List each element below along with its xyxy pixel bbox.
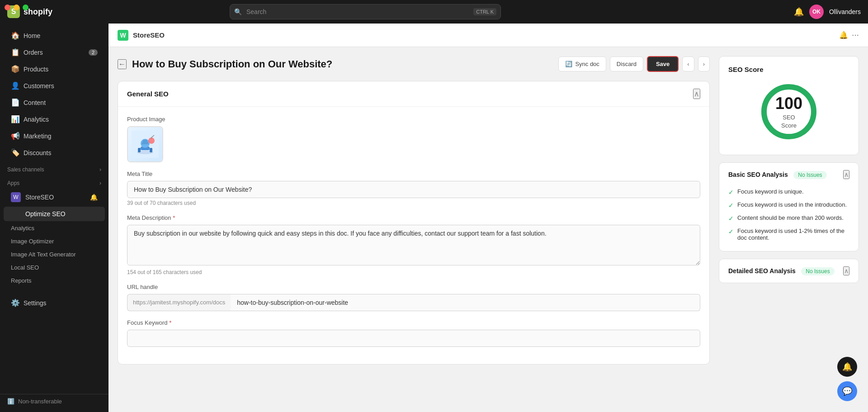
sidebar-sub-image-optimizer[interactable]: Image Optimizer (4, 235, 105, 247)
url-input-wrapper: https://jamitest.myshopify.com/docs (127, 294, 700, 311)
non-transferable-label: Non-transferable (18, 398, 62, 405)
sidebar-item-settings[interactable]: ⚙️ Settings (4, 295, 105, 311)
score-circle-container: 100 SEO Score (728, 82, 849, 141)
fab-container: 🔔 💬 (837, 357, 857, 401)
basic-seo-item-3-text: Content should be more than 200 words. (737, 214, 844, 221)
sales-channels-label: Sales channels (7, 166, 44, 173)
save-button[interactable]: Save (647, 56, 679, 72)
sidebar-item-marketing[interactable]: 📢 Marketing (4, 128, 105, 144)
fab-chat-button[interactable]: 💬 (837, 381, 857, 401)
sync-label: Sync doc (575, 61, 599, 67)
app-header-bell-icon[interactable]: 🔔 (839, 31, 848, 39)
basic-seo-item-2-text: Focus keyword is used in the introductio… (737, 201, 847, 208)
check-icon-4: ✓ (728, 228, 734, 235)
prev-button[interactable]: ‹ (682, 57, 694, 71)
sidebar-sub-reports[interactable]: Reports (4, 275, 105, 287)
product-image-field: Product Image (127, 116, 700, 162)
general-seo-collapse-button[interactable]: ∧ (693, 89, 700, 99)
sidebar: 🏠 Home 📋 Orders 2 📦 Products 👤 Customers… (0, 24, 108, 412)
sidebar-label-marketing: Marketing (24, 133, 51, 140)
basic-seo-badge: No Issues (793, 171, 826, 179)
sidebar-item-storeseo[interactable]: W StoreSEO 🔔 (4, 189, 105, 206)
settings-icon: ⚙️ (11, 298, 19, 307)
basic-seo-analysis-card: Basic SEO Analysis No Issues ∧ ✓ Focus k… (719, 162, 859, 251)
basic-seo-item-1-text: Focus keyword is unique. (737, 188, 804, 195)
seo-score-card: SEO Score 100 SEO Score (719, 56, 859, 155)
basic-seo-collapse-button[interactable]: ∧ (843, 170, 849, 179)
sidebar-item-products[interactable]: 📦 Products (4, 61, 105, 77)
back-button[interactable]: ← (118, 59, 127, 69)
product-image-box (127, 126, 163, 162)
sales-channels-chevron[interactable]: › (99, 166, 101, 173)
sync-doc-button[interactable]: 🔄 Sync doc (558, 57, 606, 71)
search-shortcut: CTRL K (473, 8, 496, 15)
sidebar-sub-local-seo[interactable]: Local SEO (4, 261, 105, 274)
basic-seo-items: ✓ Focus keyword is unique. ✓ Focus keywo… (728, 185, 849, 244)
apps-chevron[interactable]: › (99, 180, 101, 186)
minimize-button[interactable] (14, 5, 19, 10)
meta-title-char-count: 39 out of 70 characters used (127, 200, 700, 206)
sidebar-item-content[interactable]: 📄 Content (4, 95, 105, 110)
sidebar-item-analytics[interactable]: 📊 Analytics (4, 111, 105, 127)
meta-description-label: Meta Description * (127, 214, 700, 221)
meta-title-input[interactable] (127, 181, 700, 198)
storeseo-bell-icon[interactable]: 🔔 (90, 194, 98, 201)
discard-button[interactable]: Discard (610, 57, 643, 71)
main-layout: 🏠 Home 📋 Orders 2 📦 Products 👤 Customers… (0, 24, 868, 412)
product-image-placeholder (128, 126, 162, 162)
meta-title-field: Meta Title 39 out of 70 characters used (127, 170, 700, 206)
sidebar-item-discounts[interactable]: 🏷️ Discounts (4, 145, 105, 161)
app-header-more-icon[interactable]: ⋯ (852, 31, 859, 39)
right-panel: SEO Score 100 SEO Score (719, 56, 859, 403)
meta-description-input[interactable]: Buy subscription in our website by follo… (127, 225, 700, 265)
svg-rect-6 (150, 148, 152, 152)
window-controls (5, 5, 28, 10)
content-area: W StoreSEO 🔔 ⋯ ← How to Buy Subscription… (108, 24, 868, 412)
maximize-button[interactable] (23, 5, 28, 10)
notification-bell-icon[interactable]: 🔔 (794, 7, 804, 17)
score-circle-text: 100 SEO Score (774, 94, 804, 129)
sidebar-item-orders[interactable]: 📋 Orders 2 (4, 44, 105, 60)
meta-title-label: Meta Title (127, 170, 700, 177)
optimize-seo-label: Optimize SEO (25, 210, 66, 218)
sidebar-sub-image-alt-text[interactable]: Image Alt Text Generator (4, 248, 105, 260)
url-handle-input[interactable] (231, 294, 700, 311)
orders-icon: 📋 (11, 48, 19, 57)
search-container: 🔍 CTRL K (230, 4, 501, 19)
app-header: W StoreSEO 🔔 ⋯ (108, 24, 868, 47)
info-icon: ℹ️ (7, 398, 14, 405)
orders-badge: 2 (89, 49, 98, 56)
search-input[interactable] (230, 4, 501, 19)
sidebar-sub-analytics[interactable]: Analytics (4, 222, 105, 234)
score-circle: 100 SEO Score (760, 82, 818, 141)
general-seo-card: General SEO ∧ Product Image (118, 81, 710, 365)
sidebar-item-optimize-seo[interactable]: Optimize SEO (4, 207, 105, 221)
basic-seo-item-4-text: Focus keyword is used 1-2% times of the … (737, 227, 849, 241)
url-handle-label: URL handle (127, 284, 700, 290)
sidebar-item-home[interactable]: 🏠 Home (4, 28, 105, 43)
storeseo-label: StoreSEO (25, 194, 54, 201)
meta-description-char-count: 154 out of 165 characters used (127, 269, 700, 275)
focus-keyword-input[interactable] (127, 330, 700, 347)
content-icon: 📄 (11, 98, 19, 107)
detailed-seo-collapse-button[interactable]: ∧ (843, 266, 849, 275)
check-icon-2: ✓ (728, 202, 734, 209)
product-image-label: Product Image (127, 116, 700, 123)
detailed-seo-badge: No Issues (801, 267, 834, 275)
settings-label: Settings (24, 299, 47, 307)
detailed-seo-title-group: Detailed SEO Analysis No Issues (728, 267, 835, 275)
check-icon-1: ✓ (728, 189, 734, 196)
seo-score-card-title: SEO Score (728, 66, 849, 73)
storeseo-app-icon: W (11, 192, 21, 202)
products-icon: 📦 (11, 65, 19, 73)
check-icon-3: ✓ (728, 215, 734, 222)
next-button[interactable]: › (698, 57, 710, 71)
sidebar-item-customers[interactable]: 👤 Customers (4, 78, 105, 94)
app-header-left: W StoreSEO (118, 30, 165, 41)
close-button[interactable] (5, 5, 10, 10)
sidebar-label-orders: Orders (24, 49, 43, 56)
store-name: Ollivanders (829, 8, 861, 15)
user-avatar[interactable]: OK (809, 5, 824, 19)
score-label-text: SEO Score (781, 114, 797, 129)
fab-notification-button[interactable]: 🔔 (837, 357, 857, 377)
